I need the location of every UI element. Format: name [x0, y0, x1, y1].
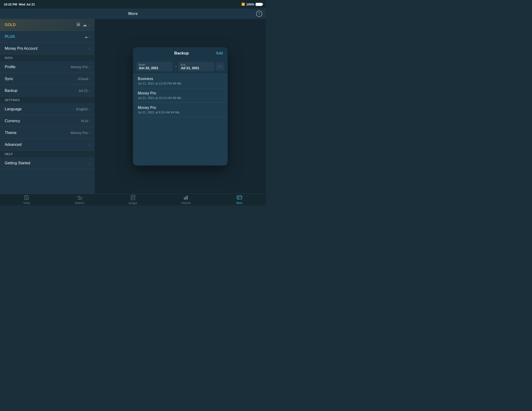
- settings-item-gold[interactable]: GOLD 🏛 ☁ ›: [0, 19, 95, 31]
- modal-header: Backup Add: [133, 47, 228, 59]
- settings-item-money-pro-account[interactable]: Money Pro Account ›: [0, 43, 95, 55]
- currency-value: PLN: [81, 119, 88, 123]
- more-icon: [237, 195, 242, 201]
- add-button[interactable]: Add: [216, 51, 223, 56]
- settings-item-theme[interactable]: Theme Money Pro ›: [0, 127, 95, 139]
- backup-modal: Backup Add Begin Jun 22, 2021 → End Jul …: [133, 47, 228, 165]
- chevron-right-icon: ›: [89, 65, 90, 69]
- chevron-right-icon: ›: [89, 131, 90, 135]
- status-time-date: 10:22 PM Wed Jul 21: [4, 3, 35, 6]
- settings-item-profile[interactable]: Profile Money Pro ›: [0, 61, 95, 73]
- svg-rect-17: [237, 196, 242, 199]
- section-header-settings: SETTINGS: [0, 96, 95, 103]
- svg-rect-14: [184, 197, 185, 200]
- right-panel: Backup Add Begin Jun 22, 2021 → End Jul …: [95, 19, 266, 194]
- profile-value: Money Pro: [71, 65, 88, 69]
- date-range-end[interactable]: End Jul 21, 2021: [179, 62, 215, 71]
- end-date: Jul 21, 2021: [181, 66, 212, 70]
- money-pro-account-label: Money Pro Account: [5, 46, 38, 51]
- settings-item-backup[interactable]: Backup Jul 21 ›: [0, 85, 95, 96]
- end-label: End: [181, 63, 212, 66]
- settings-list: GOLD 🏛 ☁ › PLUS ☁ › Money Pro Account › …: [0, 19, 95, 194]
- settings-item-getting-started[interactable]: Getting Started ›: [0, 157, 95, 169]
- svg-point-8: [77, 197, 78, 197]
- modal-title: Backup: [174, 51, 189, 56]
- reports-label: Reports: [182, 201, 191, 204]
- reports-icon: [184, 195, 189, 201]
- currency-label: Currency: [5, 119, 20, 123]
- language-right: English ›: [76, 107, 90, 111]
- chevron-right-icon: ›: [89, 89, 90, 93]
- header-title: More: [128, 11, 138, 16]
- cloud-plus-icon: ☁: [84, 35, 88, 39]
- advanced-right: ›: [89, 143, 90, 147]
- backup-item-business[interactable]: Business Jul 21, 2021 at 12:03 PM 99 Mb: [133, 74, 228, 88]
- tab-more[interactable]: More: [213, 194, 266, 206]
- section-header-data: DATA: [0, 55, 95, 61]
- today-label: Today: [23, 201, 30, 204]
- cloud-icon: ☁: [83, 22, 87, 28]
- plus-label: PLUS: [5, 35, 15, 39]
- settings-item-sync[interactable]: Sync iCloud ›: [0, 73, 95, 85]
- tab-today[interactable]: 21 Today: [0, 194, 53, 206]
- backup-item-meta: Jul 21, 2021 at 10:10 AM 89 Mb: [138, 96, 223, 100]
- begin-date: Jun 22, 2021: [139, 66, 170, 70]
- today-icon: 21: [24, 195, 29, 201]
- sync-label: Sync: [5, 77, 13, 81]
- settings-item-currency[interactable]: Currency PLN ›: [0, 115, 95, 127]
- backup-item-meta: Jul 21, 2021 at 9:20 AM 89 Mb: [138, 111, 223, 114]
- gold-label: GOLD: [5, 23, 16, 27]
- backup-label: Backup: [5, 88, 17, 93]
- backup-list: Business Jul 21, 2021 at 12:03 PM 99 Mb …: [133, 74, 228, 117]
- battery-icon: [256, 3, 262, 6]
- chevron-right-icon: ›: [89, 35, 90, 38]
- more-label: More: [237, 201, 242, 204]
- sync-right: iCloud ›: [78, 77, 90, 81]
- tab-balance[interactable]: Balance: [53, 194, 106, 206]
- date-range: Begin Jun 22, 2021 → End Jul 21, 2021 ··…: [133, 59, 228, 74]
- advanced-label: Advanced: [5, 143, 21, 147]
- getting-started-right: ›: [89, 161, 90, 165]
- tab-bar: 21 Today Balance Budget: [0, 194, 266, 206]
- language-value: English: [76, 107, 88, 111]
- chevron-right-icon: ›: [89, 107, 90, 111]
- svg-rect-1: [26, 195, 26, 196]
- date-options-button[interactable]: ···: [216, 62, 224, 71]
- date-arrow-icon: →: [173, 64, 179, 69]
- chevron-right-icon: ›: [89, 77, 90, 81]
- modal-overlay[interactable]: Backup Add Begin Jun 22, 2021 → End Jul …: [95, 19, 266, 194]
- status-bar: 10:22 PM Wed Jul 21 📶 100%: [0, 0, 266, 9]
- budget-icon: [131, 195, 135, 201]
- gold-icons: 🏛 ☁ ›: [76, 22, 90, 28]
- main-content: GOLD 🏛 ☁ › PLUS ☁ › Money Pro Account › …: [0, 19, 266, 194]
- money-pro-account-right: ›: [89, 47, 90, 50]
- settings-item-advanced[interactable]: Advanced ›: [0, 139, 95, 151]
- theme-label: Theme: [5, 131, 17, 135]
- settings-item-plus[interactable]: PLUS ☁ ›: [0, 31, 95, 43]
- svg-text:21: 21: [26, 197, 28, 199]
- chevron-right-icon: ›: [89, 143, 90, 147]
- svg-rect-15: [185, 197, 186, 200]
- sync-value: iCloud: [78, 77, 88, 81]
- backup-item-money-pro-1[interactable]: Money Pro Jul 21, 2021 at 10:10 AM 89 Mb: [133, 88, 228, 103]
- profile-label: Profile: [5, 65, 15, 69]
- chevron-right-icon: ›: [89, 47, 90, 50]
- svg-rect-16: [187, 196, 188, 200]
- date-range-begin[interactable]: Begin Jun 22, 2021: [136, 62, 172, 71]
- backup-item-meta: Jul 21, 2021 at 12:03 PM 99 Mb: [138, 82, 223, 85]
- balance-label: Balance: [75, 201, 85, 204]
- settings-item-language[interactable]: Language English ›: [0, 103, 95, 115]
- tab-budget[interactable]: Budget: [106, 194, 160, 206]
- getting-started-label: Getting Started: [5, 161, 30, 165]
- language-label: Language: [5, 107, 21, 111]
- section-header-help: HELP: [0, 151, 95, 157]
- profile-right: Money Pro ›: [71, 65, 90, 69]
- wifi-icon: 📶: [241, 3, 245, 6]
- help-button[interactable]: ?: [256, 11, 262, 17]
- battery-percent: 100%: [246, 3, 254, 6]
- chevron-right-icon: ›: [89, 161, 90, 165]
- backup-item-money-pro-2[interactable]: Money Pro Jul 21, 2021 at 9:20 AM 89 Mb: [133, 103, 228, 117]
- tab-reports[interactable]: Reports: [160, 194, 213, 206]
- svg-point-9: [81, 197, 82, 198]
- chevron-right-icon: ›: [89, 119, 90, 123]
